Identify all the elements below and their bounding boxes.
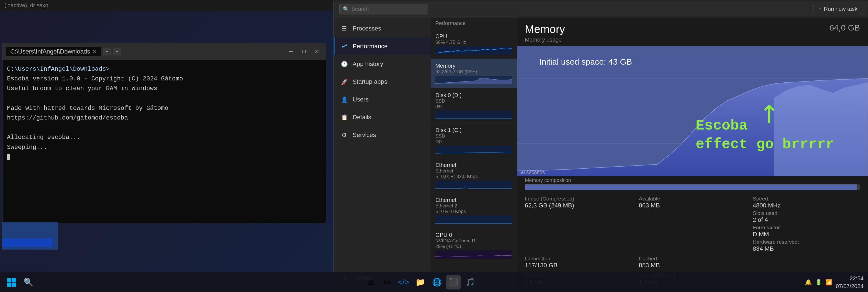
run-new-task-icon: + [818, 6, 822, 12]
taskbar-icon-terminal[interactable]: ⬛ [446, 275, 461, 290]
terminal-line-7 [7, 123, 321, 133]
sidebar-item-users[interactable]: 👤 Users [334, 91, 431, 108]
app-title: (inactive), dr sexo [4, 2, 48, 9]
cpu-usage: 66% 4.75 GHz [435, 40, 513, 45]
detail-subtitle: Memory usage [525, 37, 860, 43]
taskbar-icon-mail[interactable]: ✉ [379, 275, 394, 290]
stat-speed: Speed: 4800 MHz Slots used: 2 of 4 Form … [753, 196, 860, 252]
terminal-cursor [7, 154, 10, 160]
sidebar-item-details[interactable]: 📋 Details [334, 108, 431, 126]
terminal-body[interactable]: C:\Users\InfAngel\Downloads> Escoba vers… [2, 60, 326, 223]
memory-composition: Memory composition [517, 176, 868, 191]
disk0-type: SSD [435, 99, 513, 104]
terminal-window: C:\Users\InfAngel\Downloads ✕ + ▾ ─ □ ✕ … [2, 43, 326, 223]
disk0-usage: 0% [435, 104, 513, 110]
sidebar-item-processes[interactable]: ☰ Processes [334, 20, 431, 37]
run-new-task-button[interactable]: + Run new task [813, 4, 862, 14]
memory-name: Memory [435, 63, 513, 69]
device-item-disk1[interactable]: Disk 1 (C:) SSD 4% [431, 123, 517, 158]
memory-comp-label: Memory composition [525, 178, 860, 183]
eth2-speed: S: 0 R: 0 Kbps [435, 209, 513, 214]
app-history-icon: 🕐 [340, 60, 348, 68]
gpu0-usage: 29% (41 °C) [435, 244, 513, 249]
sidebar-item-startup-apps[interactable]: 🚀 Startup apps [334, 73, 431, 91]
svg-rect-8 [12, 278, 16, 282]
terminal-cursor-line [7, 152, 321, 162]
terminal-minimize-button[interactable]: ─ [286, 46, 297, 57]
detail-title: Memory [525, 23, 860, 36]
startup-icon: 🚀 [340, 78, 348, 86]
terminal-close-button[interactable]: ✕ [311, 46, 322, 57]
tm-devices-panel: Performance CPU 66% 4.75 GHz Memory 62,3… [431, 17, 517, 290]
eth1-sub: Ethernet [435, 168, 513, 174]
svg-rect-10 [12, 283, 16, 287]
terminal-tab-label: C:\Users\InfAngel\Downloads [10, 48, 90, 55]
start-button[interactable] [4, 275, 19, 290]
eth2-graph [435, 215, 513, 224]
taskbar-clock[interactable]: 22:54 07/07/2024 [836, 275, 864, 290]
processes-icon: ☰ [340, 25, 348, 32]
device-item-ethernet2[interactable]: Ethernet Ethernet 2 S: 0 R: 0 Kbps [431, 193, 517, 228]
memory-usage: 62,3/63,2 GB (99%) [435, 69, 513, 75]
clock-time: 22:54 [836, 275, 864, 282]
gpu0-graph [435, 250, 513, 259]
search-input[interactable] [351, 6, 425, 12]
sidebar-item-services[interactable]: ⚙ Services [334, 126, 431, 144]
device-item-gpu0[interactable]: GPU 0 NVIDIA GeForce R... 29% (41 °C) [431, 228, 517, 263]
terminal-tab[interactable]: C:\Users\InfAngel\Downloads ✕ [6, 47, 101, 56]
run-new-task-label: Run new task [824, 6, 858, 12]
disk1-type: SSD [435, 133, 513, 139]
devices-header: Performance [431, 17, 517, 29]
sidebar-item-label-processes: Processes [352, 25, 381, 32]
tm-topbar: 🔍 + Run new task [334, 1, 868, 17]
svg-rect-9 [7, 283, 11, 287]
terminal-dropdown-button[interactable]: ▾ [113, 48, 121, 56]
sidebar-item-performance[interactable]: Performance [334, 37, 431, 55]
stat-in-use: In use (Compressed) 62,3 GB (249 MB) [525, 196, 632, 252]
details-icon: 📋 [340, 113, 348, 121]
stat-spacer [753, 256, 860, 269]
terminal-titlebar: C:\Users\InfAngel\Downloads ✕ + ▾ ─ □ ✕ [2, 43, 326, 60]
taskbar-icon-file-manager[interactable]: 📁 [413, 275, 427, 290]
taskbar-icon-extra[interactable]: 🎵 [463, 275, 477, 290]
device-item-ethernet1[interactable]: Ethernet Ethernet S: 0,0; R: 32,0 Kbps [431, 158, 517, 193]
disk1-usage: 4% [435, 139, 513, 144]
eth2-name: Ethernet [435, 197, 513, 203]
device-item-memory[interactable]: Memory 62,3/63,2 GB (99%) [431, 59, 517, 88]
cpu-graph [435, 46, 513, 54]
taskbar-notification-icon[interactable]: 🔔 [805, 279, 812, 286]
terminal-line-5: Made with hatred towards Microsoft by Gá… [7, 103, 321, 113]
sidebar-item-app-history[interactable]: 🕐 App history [334, 55, 431, 73]
clock-date: 07/07/2024 [836, 282, 864, 290]
tm-search-box[interactable]: 🔍 [339, 4, 428, 14]
terminal-maximize-button[interactable]: □ [299, 46, 310, 57]
terminal-line-4 [7, 94, 321, 103]
eth1-speed: S: 0,0; R: 32,0 Kbps [435, 174, 513, 179]
memory-graph [435, 76, 513, 84]
taskbar-right-area: 🔔 🔋 📶 22:54 07/07/2024 [805, 275, 864, 290]
sidebar-item-label-services: Services [352, 132, 376, 139]
graph-time-label: 60 seconds [519, 170, 545, 176]
terminal-controls: ─ □ ✕ [286, 46, 322, 57]
taskbar-icon-grid[interactable]: ⊞ [363, 275, 377, 290]
windows-logo-icon [7, 277, 17, 287]
taskbar: 🔍 ⊞ ✉ </> 📁 🌐 ⬛ 🎵 🔔 🔋 📶 22:54 07/07/2024 [0, 272, 868, 292]
search-taskbar-item[interactable]: 🔍 [21, 275, 36, 290]
terminal-line-8: Allocating escoba... [7, 133, 321, 142]
sidebar-item-label-details: Details [352, 114, 371, 121]
search-icon: 🔍 [343, 6, 349, 12]
eth1-graph [435, 181, 513, 189]
memory-graph-container: Initial used space: 43 GB ↗ Escoba effec… [517, 46, 868, 176]
users-icon: 👤 [340, 96, 348, 103]
terminal-add-tab-button[interactable]: + [103, 48, 111, 56]
sidebar-item-label-app-history: App history [352, 61, 383, 68]
disk0-graph [435, 111, 513, 119]
device-item-disk0[interactable]: Disk 0 (D:) SSD 0% [431, 88, 517, 123]
device-item-cpu[interactable]: CPU 66% 4.75 GHz [431, 29, 517, 59]
terminal-line-3: Useful broom to clean your RAM in Window… [7, 84, 321, 94]
taskbar-wifi-icon: 📶 [826, 279, 832, 286]
taskbar-icon-code[interactable]: </> [396, 275, 411, 290]
taskbar-icon-browser[interactable]: 🌐 [430, 275, 444, 290]
terminal-tab-close-icon[interactable]: ✕ [92, 48, 96, 54]
eth2-sub: Ethernet 2 [435, 203, 513, 209]
